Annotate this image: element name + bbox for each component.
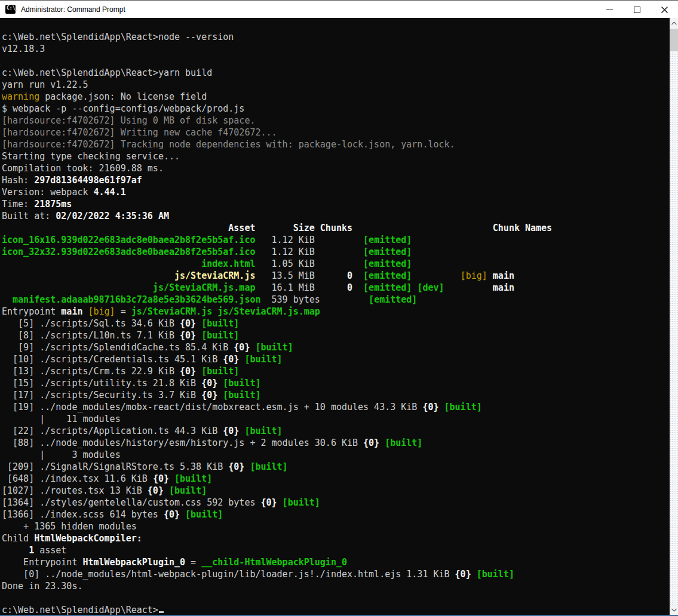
chevron-up-icon [671, 21, 677, 25]
window-title: Administrator: Command Prompt [21, 5, 125, 14]
terminal-line: Version: webpack 4.44.1 [2, 186, 668, 198]
maximize-button[interactable] [623, 1, 651, 19]
terminal-line: [1027] ./routes.tsx 13 KiB {0} [built] [2, 485, 668, 497]
terminal-line: [hardsource:f4702672] Using 0 MB of disk… [2, 115, 668, 127]
terminal-line [2, 592, 668, 604]
terminal-line: [209] ./SignalR/SignalRStore.ts 5.38 KiB… [2, 461, 668, 473]
terminal-line: Entrypoint HtmlWebpackPlugin_0 = __child… [2, 556, 668, 568]
command-prompt-window: C:\_ Administrator: Command Prompt c:\We… [0, 0, 678, 616]
terminal-line: [9] ./scripts/SplendidCache.ts 85.4 KiB … [2, 341, 668, 353]
terminal-line: v12.18.3 [2, 43, 668, 55]
terminal-line: [8] ./scripts/L10n.ts 7.1 KiB {0} [built… [2, 329, 668, 341]
terminal-line: Time: 21875ms [2, 198, 668, 210]
terminal-line [2, 55, 668, 67]
terminal-line: yarn run v1.22.5 [2, 79, 668, 91]
terminal-line: c:\Web.net\SplendidApp\React>yarn build [2, 67, 668, 79]
terminal-line: Starting type checking service... [2, 150, 668, 162]
terminal-line: warning package.json: No license field [2, 91, 668, 103]
window-controls [596, 1, 678, 19]
terminal-line: Built at: 02/02/2022 4:35:36 AM [2, 210, 668, 222]
terminal-line: index.html 1.05 KiB [emitted] [2, 258, 668, 270]
terminal-line: Done in 23.30s. [2, 580, 668, 592]
maximize-icon [634, 7, 640, 13]
chevron-down-icon [671, 608, 677, 612]
terminal-line: [1366] ./index.scss 614 bytes {0} [built… [2, 509, 668, 520]
terminal-line: Asset Size Chunks Chunk Names [2, 222, 668, 234]
terminal-line: js/SteviaCRM.js 13.5 MiB 0 [emitted] [bi… [2, 270, 668, 282]
terminal-line: [hardsource:f4702672] Tracking node depe… [2, 138, 668, 150]
terminal-line: [22] ./scripts/Application.ts 44.3 KiB {… [2, 425, 668, 437]
terminal-line: c:\Web.net\SplendidApp\React>node --vers… [2, 31, 668, 43]
terminal-line: [88] ../node_modules/history/esm/history… [2, 437, 668, 449]
close-button[interactable] [651, 1, 678, 19]
terminal-line: manifest.adaaab98716b3c72a8e5e3b3624be56… [2, 294, 668, 306]
console-area[interactable]: c:\Web.net\SplendidApp\React>node --vers… [0, 18, 678, 616]
vertical-scrollbar[interactable] [670, 18, 678, 615]
terminal-line: | 11 modules [2, 413, 668, 425]
minimize-icon [606, 10, 613, 10]
terminal-line: Entrypoint main [big] = js/SteviaCRM.js … [2, 306, 668, 318]
terminal-line: [0] ../node_modules/html-webpack-plugin/… [2, 568, 668, 580]
cmd-icon: C:\_ [5, 5, 16, 14]
terminal-line: [648] ./index.tsx 11.6 KiB {0} [built] [2, 473, 668, 485]
terminal-line: [15] ./scripts/utility.ts 21.8 KiB {0} [… [2, 377, 668, 389]
terminal-line: [13] ./scripts/Crm.ts 22.9 KiB {0} [buil… [2, 365, 668, 377]
terminal-line: Child HtmlWebpackCompiler: [2, 532, 668, 544]
terminal-line: $ webpack -p --config=configs/webpack/pr… [2, 103, 668, 115]
text-cursor [159, 611, 164, 613]
close-icon [661, 7, 668, 13]
terminal-line: c:\Web.net\SplendidApp\React> [2, 604, 668, 616]
terminal-line: Compilation took: 21609.88 ms. [2, 162, 668, 174]
terminal-line: icon_16x16.939d022e683adc8e0baea2b8f2e5b… [2, 234, 668, 246]
terminal-line: | 3 modules [2, 449, 668, 461]
terminal-line: [hardsource:f4702672] Writing new cache … [2, 127, 668, 138]
terminal-line: 1 asset [2, 544, 668, 556]
terminal-line: icon_32x32.939d022e683adc8e0baea2b8f2e5b… [2, 246, 668, 258]
terminal-output: c:\Web.net\SplendidApp\React>node --vers… [2, 31, 668, 616]
terminal-line: [10] ./scripts/Credentials.ts 45.1 KiB {… [2, 353, 668, 365]
title-bar[interactable]: C:\_ Administrator: Command Prompt [0, 0, 678, 18]
scroll-up-button[interactable] [670, 18, 678, 28]
terminal-line: [19] ../node_modules/mobx-react/dist/mob… [2, 401, 668, 413]
scrollbar-thumb[interactable] [670, 29, 678, 51]
terminal-line: [1364] ./styles/gentelella/custom.css 59… [2, 497, 668, 509]
minimize-button[interactable] [596, 1, 623, 19]
terminal-line: js/SteviaCRM.js.map 16.1 MiB 0 [emitted]… [2, 282, 668, 294]
terminal-line: [5] ./scripts/Sql.ts 34.6 KiB {0} [built… [2, 318, 668, 329]
terminal-line: [17] ./scripts/Security.ts 3.7 KiB {0} [… [2, 389, 668, 401]
scroll-down-button[interactable] [670, 605, 678, 615]
terminal-line: + 1365 hidden modules [2, 520, 668, 532]
terminal-line: Hash: 297d81364498e61f97af [2, 174, 668, 186]
